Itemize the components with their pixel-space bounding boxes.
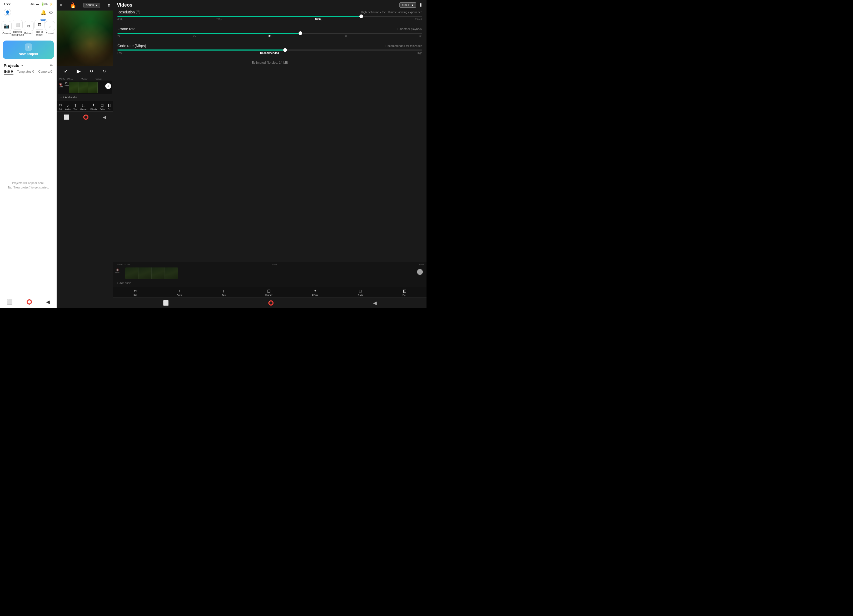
home-button-mid[interactable]: ⬜ bbox=[64, 114, 69, 120]
right-toolbar-audio[interactable]: ♪ Audio bbox=[177, 289, 182, 296]
home-button[interactable]: ⬜ bbox=[7, 299, 13, 305]
res-label-480: 480p bbox=[117, 18, 123, 21]
back-button-mid[interactable]: ◀ bbox=[103, 114, 106, 120]
tab-camera[interactable]: Camera 0 bbox=[38, 69, 53, 75]
right-toolbar-edit[interactable]: ✂ Edit bbox=[134, 288, 137, 296]
resolution-thumb[interactable] bbox=[359, 14, 363, 18]
toolbar-overlay[interactable]: ▢ Overlay bbox=[80, 103, 88, 110]
camera-scan-icon[interactable]: ⊙ bbox=[49, 9, 53, 15]
status-bar: 1:22 4G ▪▪▪ 🔋86 ⚡ bbox=[0, 0, 56, 7]
add-clip-button[interactable]: + bbox=[105, 83, 111, 89]
tool-text-to-image[interactable]: Free 🖼 Text toimage bbox=[35, 20, 44, 36]
remove-bg-icon: ⬜ bbox=[15, 23, 20, 27]
coderate-labels: Low Recommended High bbox=[117, 52, 422, 55]
close-button[interactable]: ✕ bbox=[59, 3, 63, 8]
right-upload-icon[interactable]: ⬆ bbox=[419, 2, 423, 8]
edit-pencil-icon[interactable]: ✏ bbox=[50, 63, 53, 67]
add-audio-row[interactable]: + + Add audio bbox=[58, 94, 112, 100]
sort-icon[interactable]: ▲ bbox=[21, 64, 24, 67]
warm-overlay bbox=[68, 21, 113, 66]
right-mute-control[interactable]: 🔇 Mute bbox=[115, 269, 120, 273]
right-toolbar-effects[interactable]: ✦ Effects bbox=[312, 288, 318, 296]
cover-button[interactable]: 🖼 Cover bbox=[64, 82, 69, 86]
toolbar-effects[interactable]: ✦ Effects bbox=[90, 103, 97, 110]
coderate-thumb[interactable] bbox=[283, 48, 287, 52]
timeline-mark-3: · bbox=[110, 77, 111, 80]
redo-button[interactable]: ↻ bbox=[102, 69, 106, 74]
circle-button-mid[interactable]: ⭕ bbox=[83, 114, 89, 120]
flame-icon: 🔥 bbox=[70, 2, 76, 8]
right-edit-icon: ✂ bbox=[134, 288, 137, 293]
coderate-setting: Code rate (Mbps) Recommended for this vi… bbox=[117, 44, 422, 55]
coderate-label-row: Code rate (Mbps) Recommended for this vi… bbox=[117, 44, 422, 48]
resolution-hint: High definition - the ultimate viewing e… bbox=[361, 11, 422, 14]
right-resolution-badge[interactable]: 1080P ▲ bbox=[399, 2, 416, 8]
right-video-strip[interactable] bbox=[125, 267, 178, 279]
toolbar-audio[interactable]: ♪ Audio bbox=[65, 103, 70, 110]
status-time: 1:22 bbox=[4, 2, 11, 6]
camera-icon: 📷 bbox=[4, 23, 9, 29]
toolbar-filter[interactable]: ◧ Fi... bbox=[108, 103, 111, 110]
back-button-right[interactable]: ◀ bbox=[373, 300, 377, 306]
undo-button[interactable]: ↺ bbox=[90, 69, 93, 74]
coderate-hint: Recommended for this video bbox=[386, 44, 422, 47]
bottom-nav-right: ⬜ ⭕ ◀ bbox=[113, 297, 426, 308]
framerate-thumb[interactable] bbox=[299, 31, 302, 35]
video-bg bbox=[56, 11, 113, 66]
resolution-badge[interactable]: 1080P ▲ bbox=[83, 3, 100, 8]
coderate-track bbox=[117, 50, 422, 50]
framerate-slider[interactable] bbox=[117, 33, 422, 34]
text-to-image-label: Text toimage bbox=[36, 30, 43, 36]
right-toolbar-text[interactable]: T Text bbox=[222, 289, 226, 296]
right-add-audio-row[interactable]: + Add audio bbox=[115, 280, 425, 286]
right-add-clip-button[interactable]: + bbox=[417, 269, 423, 275]
tool-camera[interactable]: 📷 Camera bbox=[2, 21, 12, 35]
empty-line2: Tap "New project" to get started. bbox=[8, 185, 49, 190]
effects-label: Effects bbox=[90, 108, 97, 110]
tab-templates[interactable]: Templates 0 bbox=[17, 69, 35, 75]
cr-label-recommended: Recommended bbox=[260, 52, 279, 55]
right-text-icon: T bbox=[223, 289, 225, 293]
resolution-info-icon[interactable]: ? bbox=[136, 10, 140, 14]
toolbar-text[interactable]: T Text bbox=[73, 103, 77, 110]
play-button[interactable]: ▶ bbox=[77, 68, 80, 74]
mute-label: Mute bbox=[59, 86, 63, 88]
toolbar-ratio[interactable]: □ Ratio bbox=[100, 103, 105, 110]
tool-retouch[interactable]: ⧉ Retouch bbox=[24, 21, 34, 35]
right-toolbar-overlay[interactable]: ▢ Overlay bbox=[265, 288, 272, 296]
coderate-fill bbox=[117, 50, 285, 50]
toolbar-edit[interactable]: ✂ Edit bbox=[59, 103, 62, 110]
video-thumbnail-strip[interactable] bbox=[69, 82, 98, 93]
text-label: Text bbox=[73, 108, 77, 110]
right-timeline-ruler: 00:00 / 00:10 00:00 00:02 bbox=[115, 263, 425, 266]
cover-label: Cover bbox=[64, 85, 69, 86]
expand-label: Expand bbox=[46, 32, 54, 35]
upload-icon[interactable]: ⬆ bbox=[108, 3, 111, 8]
res-label-720: 720p bbox=[216, 18, 222, 21]
right-toolbar-filter[interactable]: ◧ Fi... bbox=[402, 288, 406, 296]
new-project-button[interactable]: + New project bbox=[3, 41, 54, 59]
editor-header: ✕ 🔥 1080P ▲ ⬆ bbox=[56, 0, 113, 11]
audio-label: Audio bbox=[65, 108, 70, 110]
right-overlay-label: Overlay bbox=[265, 294, 272, 296]
right-add-audio-icon: + bbox=[117, 282, 118, 285]
circle-button[interactable]: ⭕ bbox=[26, 299, 32, 305]
tool-remove-bg[interactable]: ⬜ Removebackground bbox=[12, 20, 23, 36]
circle-button-right[interactable]: ⭕ bbox=[268, 300, 274, 306]
right-toolbar-ratio[interactable]: □ Ratio bbox=[358, 289, 363, 296]
bell-icon[interactable]: 🔔 bbox=[41, 9, 46, 15]
fullscreen-button[interactable]: ⤢ bbox=[64, 69, 67, 74]
right-timeline-track: 🔇 Mute + bbox=[115, 266, 425, 280]
back-button[interactable]: ◀ bbox=[46, 299, 50, 305]
tab-edit[interactable]: Edit 0 bbox=[4, 69, 14, 75]
signal-icon: 4G bbox=[30, 3, 35, 6]
retouch-label: Retouch bbox=[24, 32, 33, 35]
home-button-right[interactable]: ⬜ bbox=[163, 300, 169, 306]
coderate-slider[interactable] bbox=[117, 50, 422, 50]
timeline-position: 00:00 / 00:10 bbox=[59, 77, 73, 80]
resolution-slider[interactable] bbox=[117, 16, 422, 17]
user-avatar[interactable]: 👤 bbox=[4, 9, 11, 16]
tool-expand[interactable]: ⌄ Expand bbox=[45, 21, 55, 35]
mute-control[interactable]: 🔇 Mute bbox=[59, 83, 63, 88]
framerate-label: Frame rate bbox=[117, 27, 135, 31]
